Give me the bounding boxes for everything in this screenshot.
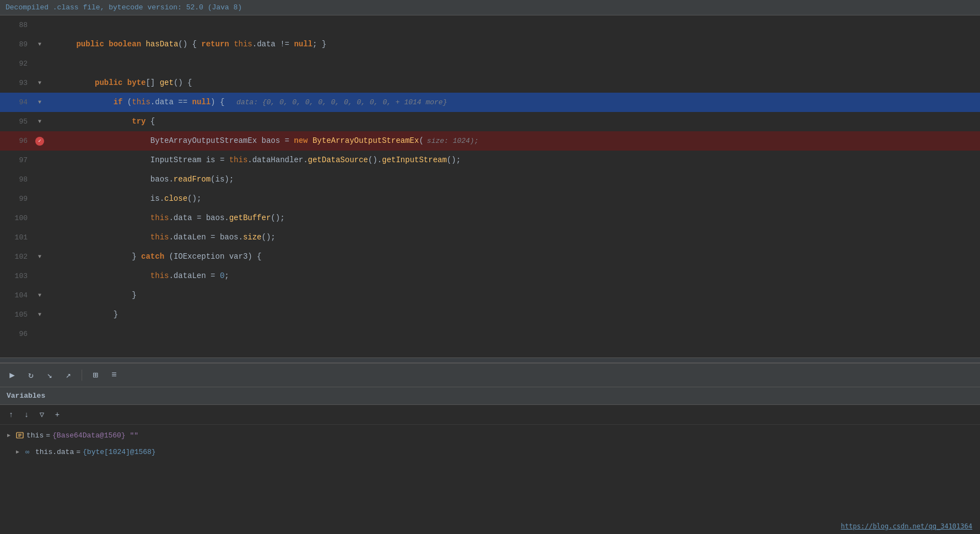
svg-text:∞: ∞ (25, 448, 29, 456)
variables-header: Variables (0, 387, 980, 405)
gutter-102[interactable]: ▼ (33, 254, 46, 260)
line-number-97: 97 (0, 156, 33, 164)
toolbar-separator-1 (82, 370, 82, 381)
var-filter-button[interactable]: ▽ (35, 408, 49, 421)
gutter-94[interactable]: ▼ (33, 99, 46, 105)
line-number-89: 89 (0, 40, 33, 49)
var-equals-this: = (46, 431, 50, 440)
var-name-this: this (26, 431, 44, 440)
expand-arrow-this-data[interactable]: ▶ (13, 447, 22, 456)
variables-list: ▶ this = {Base64Data@1560} "" ▶ ∞ th (0, 425, 980, 462)
var-add-button[interactable]: + (51, 408, 64, 421)
code-line-89: 89 ▼ public boolean hasData() { return t… (0, 35, 980, 54)
top-bar: Decompiled .class file, bytecode version… (0, 0, 980, 15)
resume-button[interactable]: ▶ (4, 367, 20, 383)
gutter-93[interactable]: ▼ (33, 80, 46, 86)
var-up-button[interactable]: ↑ (4, 408, 18, 421)
resize-separator[interactable] (0, 357, 980, 363)
variables-panel: Variables ↑ ↓ ▽ + ▶ this = {Base64Data@1… (0, 387, 980, 533)
line-number-102: 102 (0, 253, 33, 261)
gutter-105[interactable]: ▼ (33, 312, 46, 318)
var-name-this-data: this.data (35, 448, 74, 456)
editor-area: 88 89 ▼ public boolean hasData() { retur… (0, 15, 980, 357)
var-equals-this-data: = (76, 448, 80, 456)
step-over-button[interactable]: ↻ (23, 367, 39, 383)
line-number-94: 94 (0, 98, 33, 106)
code-line-106: 96 (0, 324, 980, 344)
code-line-105: 105 ▼ } (0, 305, 980, 324)
line-number-105: 105 (0, 311, 33, 319)
variables-title: Variables (7, 392, 45, 400)
gutter-104[interactable]: ▼ (33, 292, 46, 298)
variables-toolbar: ↑ ↓ ▽ + (0, 405, 980, 425)
line-number-88: 88 (0, 21, 33, 29)
step-out-button[interactable]: ↗ (61, 367, 76, 383)
evaluate-button[interactable]: ⊞ (88, 367, 103, 383)
step-into-button[interactable]: ↘ (42, 367, 57, 383)
var-item-this-data[interactable]: ▶ ∞ this.data = {byte[1024]@1568} (0, 444, 980, 460)
fold-arrow-89[interactable]: ▼ (38, 41, 41, 47)
line-number-103: 103 (0, 272, 33, 280)
status-bar: https://blog.csdn.net/qq_34101364 (838, 521, 976, 532)
debug-toolbar: ▶ ↻ ↘ ↗ ⊞ ≡ (0, 363, 980, 387)
fold-arrow-94[interactable]: ▼ (38, 99, 41, 105)
top-bar-text: Decompiled .class file, bytecode version… (6, 3, 242, 12)
fold-arrow-104[interactable]: ▼ (38, 292, 41, 298)
var-down-button[interactable]: ↓ (20, 408, 33, 421)
breakpoint-icon-96[interactable]: ✓ (35, 137, 44, 146)
line-number-92: 92 (0, 60, 33, 68)
line-number-93: 93 (0, 79, 33, 87)
line-number-96: 96 (0, 137, 33, 145)
gutter-95[interactable]: ▼ (33, 119, 46, 125)
line-number-100: 100 (0, 214, 33, 222)
expand-arrow-this[interactable]: ▶ (4, 431, 13, 440)
fold-arrow-102[interactable]: ▼ (38, 254, 41, 260)
frames-button[interactable]: ≡ (106, 367, 122, 383)
fold-arrow-93[interactable]: ▼ (38, 80, 41, 86)
var-item-this[interactable]: ▶ this = {Base64Data@1560} "" (0, 427, 980, 444)
gutter-96[interactable]: ✓ (33, 137, 46, 146)
var-value-this: {Base64Data@1560} "" (52, 431, 138, 440)
line-number-106: 96 (0, 330, 33, 338)
fold-arrow-95[interactable]: ▼ (38, 119, 41, 125)
line-number-101: 101 (0, 233, 33, 242)
status-url[interactable]: https://blog.csdn.net/qq_34101364 (841, 522, 972, 530)
var-icon-this-data: ∞ (24, 447, 33, 456)
var-icon-this (15, 431, 24, 440)
line-number-95: 95 (0, 118, 33, 126)
line-number-104: 104 (0, 291, 33, 300)
fold-arrow-105[interactable]: ▼ (38, 312, 41, 318)
line-number-98: 98 (0, 175, 33, 184)
var-value-this-data: {byte[1024]@1568} (83, 448, 156, 456)
gutter-89[interactable]: ▼ (33, 41, 46, 47)
line-number-99: 99 (0, 195, 33, 203)
